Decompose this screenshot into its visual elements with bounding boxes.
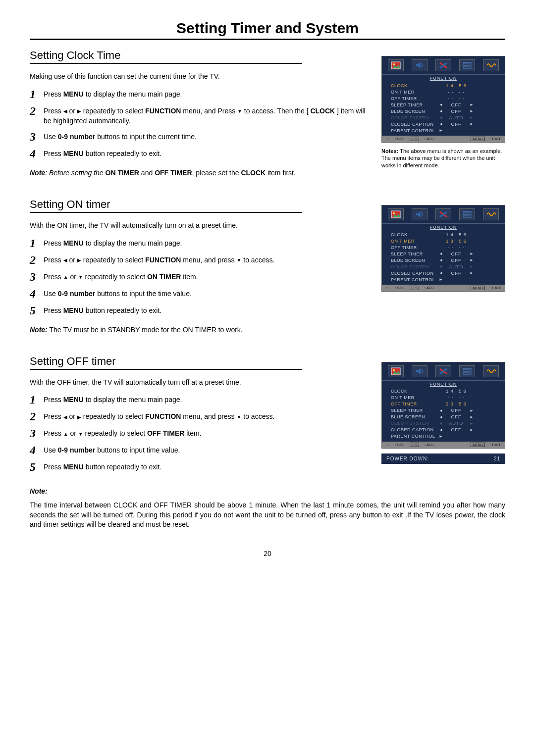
intro-text: With the OFF timer, the TV will automati… [30,378,369,387]
triangle-right-icon [77,257,81,264]
menu-row-closed-caption: CLOSED CAPTION◄OFF► [391,427,500,433]
step-number: 3 [30,131,44,143]
wave-tab-icon [483,208,499,220]
step-text: Press MENU to display the menu main page… [44,394,182,404]
step-item: 2Press or repeatedly to select FUNCTION … [30,410,369,422]
step-number: 4 [30,148,44,159]
triangle-right-icon [77,414,81,421]
menu-row-parent-control: PARENT CONTROL► [391,433,500,440]
svg-point-21 [393,369,395,371]
step-text: Use 0-9 number buttons to input the time… [44,288,192,299]
intro-text: With the ON timer, the TV will automatic… [30,221,369,230]
zero-nine-box: 0~9 [410,137,420,141]
step-number: 3 [30,271,44,283]
function-tab-icon [435,365,451,377]
triangle-down-icon [78,274,83,281]
step-number: 2 [30,254,44,266]
step-number: 1 [30,394,44,405]
step-number: 1 [30,237,44,249]
step-list: 1Press MENU to display the menu main pag… [30,237,369,316]
arrows-icon: ↑↓ [386,443,390,447]
step-text: Use 0-9 number buttons to input time val… [44,444,180,455]
menu-row-closed-caption: CLOSED CAPTION◄OFF► [391,121,500,127]
menu-list: CLOCK1 4 : 5 6 ON TIMER- - : - - OFF TIM… [382,81,505,136]
step-text: Press or repeatedly to select FUNCTION m… [44,254,274,265]
picture-tab-icon [388,59,404,71]
menu-row-parent-control: PARENT CONTROL► [391,276,500,283]
menu-row-off-timer: OFF TIMER- - : - - [391,244,500,251]
step-number: 4 [30,444,44,456]
banner-value: 21 [494,456,500,461]
title-rule [30,39,505,40]
zero-nine-box: 0~9 [410,443,420,447]
triangle-down-icon [237,257,242,264]
step-text: Press or repeatedly to select FUNCTION m… [44,410,274,421]
section-rule [30,63,302,64]
menu-row-sleep-timer: SLEEP TIMER◄OFF► [391,251,500,257]
menu-row-blue-screen: BLUE SCREEN◄OFF► [391,257,500,263]
menu-row-blue-screen: BLUE SCREEN◄OFF► [391,414,500,420]
step-list: 1Press MENU to display the menu main pag… [30,394,369,473]
section-rule [30,369,302,370]
step-text: Press MENU button repeatedly to exit. [44,461,161,472]
step-text: Press MENU button repeatedly to exit. [44,304,161,315]
step-text: Press or repeatedly to select FUNCTION m… [44,105,369,126]
menu-row-on-timer: ON TIMER1 8 : 5 6 [391,238,500,244]
menu-row-color-system: COLOR SYSTEM◄AUTO► [391,114,500,121]
menu-tabs [382,56,505,75]
section-heading: Setting Clock Time [30,49,369,62]
triangle-left-icon [63,257,67,264]
function-tab-icon [435,59,451,71]
step-text: Use 0-9 number buttons to input the curr… [44,131,197,142]
menu-row-sleep-timer: SLEEP TIMER◄OFF► [391,101,500,108]
step-item: 3Press or repeatedly to select ON TIMER … [30,271,369,283]
menu-subtitle: FUNCTION [382,381,505,387]
final-note-text: The time interval between CLOCK and OFF … [30,501,505,530]
menu-row-clock: CLOCK1 4 : 5 6 [391,388,500,395]
sound-tab-icon [412,59,428,71]
menu-row-on-timer: ON TIMER- - : - - [391,395,500,401]
section-off-timer: Setting OFF timer With the OFF timer, th… [30,355,505,530]
triangle-up-icon [63,274,68,281]
step-text: Press MENU to display the menu main page… [44,237,182,248]
menu-list: CLOCK1 4 : 5 6 ON TIMER1 8 : 5 6 OFF TIM… [382,230,505,285]
menu-row-blue-screen: BLUE SCREEN◄OFF► [391,108,500,114]
step-number: 5 [30,461,44,473]
svg-marker-23 [416,368,421,374]
step-item: 4Use 0-9 number buttons to input time va… [30,444,369,456]
list-tab-icon [459,208,475,220]
menu-row-parent-control: PARENT CONTROL► [391,127,500,134]
triangle-down-icon [237,414,242,421]
triangle-down-icon [78,431,83,438]
step-text: Press or repeatedly to select OFF TIMER … [44,427,202,438]
section-rule [30,212,302,213]
step-text: Press MENU button repeatedly to exit. [44,148,161,158]
menu-box: MENU [471,286,485,290]
step-text: Press or repeatedly to select ON TIMER i… [44,271,198,282]
menu-footer: ↑↓ : SEL 0~9 : ADJ MENU : EXIT [382,442,505,448]
banner-label: POWER DOWN: [386,456,429,461]
step-number: 2 [30,105,44,117]
step-text: Press MENU to display the menu main page… [44,88,182,99]
menu-footer: ↑↓ : SEL 0~9 : ADJ MENU : EXIT [382,136,505,142]
menu-row-sleep-timer: SLEEP TIMER◄OFF► [391,407,500,414]
picture-tab-icon [388,208,404,220]
section-heading: Setting ON timer [30,198,369,211]
menu-subtitle: FUNCTION [382,224,505,230]
menu-box: MENU [471,443,485,447]
svg-point-1 [393,63,395,65]
step-number: 3 [30,427,44,439]
step-number: 1 [30,88,44,100]
section-on-timer: Setting ON timer With the ON timer, the … [30,198,505,335]
step-item: 1Press MENU to display the menu main pag… [30,237,369,249]
function-tab-icon [435,208,451,220]
triangle-left-icon [63,414,67,421]
step-item: 2 Press or repeatedly to select FUNCTION… [30,105,369,126]
triangle-down-icon [237,108,242,115]
triangle-right-icon [77,108,81,115]
list-tab-icon [459,59,475,71]
svg-marker-3 [416,62,421,68]
step-item: 1 Press MENU to display the menu main pa… [30,88,369,100]
intro-text: Making use of this function can set the … [30,72,369,81]
triangle-left-icon [63,108,67,115]
